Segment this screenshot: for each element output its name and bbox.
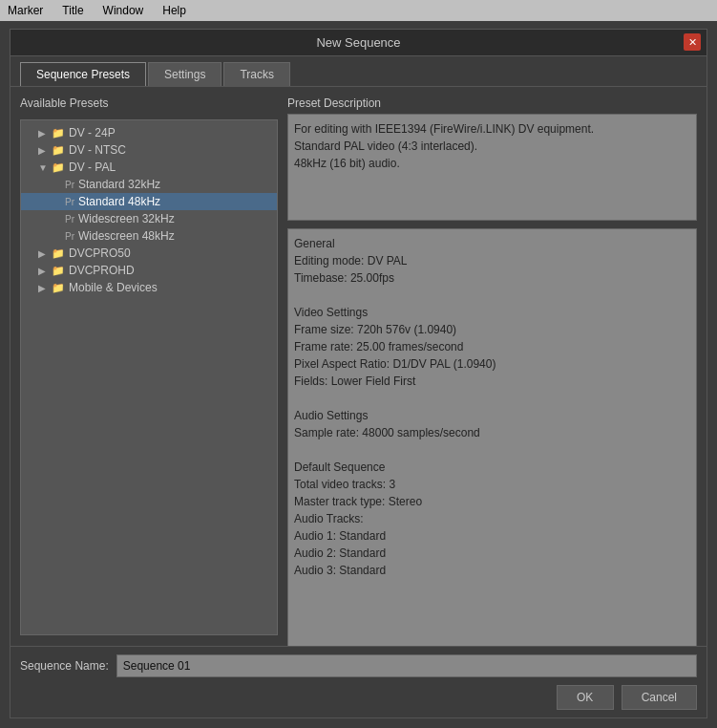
tab-tracks[interactable]: Tracks	[223, 62, 290, 86]
tree-item-std32[interactable]: Pr Standard 32kHz	[21, 176, 277, 193]
general-text: General Editing mode: DV PAL Timebase: 2…	[287, 228, 697, 670]
label-dvcprohd: DVCPROHD	[69, 264, 135, 277]
ok-button[interactable]: OK	[557, 685, 614, 710]
file-icon-std48: Pr	[65, 197, 74, 207]
tab-sequence-presets[interactable]: Sequence Presets	[20, 62, 146, 86]
sequence-name-input[interactable]	[116, 654, 697, 677]
folder-icon-dv24p: 📁	[52, 127, 65, 139]
tree-item-std48[interactable]: Pr Standard 48kHz	[21, 193, 277, 210]
arrow-dv24p: ▶	[38, 128, 48, 139]
dialog: New Sequence ✕ Sequence Presets Settings…	[10, 29, 707, 718]
menu-bar: Marker Title Window Help	[0, 0, 717, 21]
preset-description-section: Preset Description For editing with IEEE…	[287, 96, 697, 221]
folder-icon-dvcpro50: 📁	[52, 247, 65, 260]
label-std48: Standard 48kHz	[78, 195, 160, 208]
file-icon-std32: Pr	[65, 180, 74, 190]
file-icon-wide48: Pr	[65, 231, 74, 242]
label-wide48: Widescreen 48kHz	[78, 229, 175, 243]
menu-title[interactable]: Title	[58, 2, 87, 19]
label-mobile: Mobile & Devices	[69, 281, 158, 294]
left-panel: Available Presets ▶ 📁 DV - 24P ▶ 📁 DV - …	[20, 96, 278, 670]
preset-description-label: Preset Description	[287, 96, 697, 110]
arrow-dvcpro50: ▶	[38, 248, 48, 259]
label-dvpal: DV - PAL	[69, 161, 116, 174]
tree-item-mobile[interactable]: ▶ 📁 Mobile & Devices	[21, 279, 277, 296]
folder-icon-mobile: 📁	[52, 282, 65, 294]
cancel-button[interactable]: Cancel	[622, 685, 697, 710]
folder-icon-dvpal: 📁	[52, 161, 65, 174]
label-dvcpro50: DVCPRO50	[69, 246, 131, 260]
sequence-name-row: Sequence Name:	[20, 654, 697, 677]
tree-item-dvpal[interactable]: ▼ 📁 DV - PAL	[21, 159, 277, 176]
preset-description-text: For editing with IEEE1394 (FireWire/i.LI…	[287, 114, 697, 221]
right-panel: Preset Description For editing with IEEE…	[287, 96, 697, 670]
folder-icon-dvntsc: 📁	[52, 144, 65, 157]
label-dv24p: DV - 24P	[69, 126, 116, 139]
arrow-dvpal: ▼	[38, 162, 48, 173]
button-row: OK Cancel	[20, 685, 697, 710]
dialog-body: Available Presets ▶ 📁 DV - 24P ▶ 📁 DV - …	[11, 87, 706, 679]
tree-item-dvntsc[interactable]: ▶ 📁 DV - NTSC	[21, 141, 277, 159]
tab-bar: Sequence Presets Settings Tracks	[11, 56, 706, 87]
arrow-dvntsc: ▶	[38, 145, 48, 156]
file-icon-wide32: Pr	[65, 214, 74, 225]
available-presets-label: Available Presets	[20, 96, 278, 110]
tree-item-dv24p[interactable]: ▶ 📁 DV - 24P	[21, 124, 277, 141]
label-wide32: Widescreen 32kHz	[78, 212, 175, 225]
close-button[interactable]: ✕	[684, 33, 701, 51]
dialog-title: New Sequence	[316, 35, 400, 50]
arrow-dvcprohd: ▶	[38, 266, 48, 276]
menu-help[interactable]: Help	[158, 2, 190, 19]
menu-marker[interactable]: Marker	[4, 2, 47, 19]
label-std32: Standard 32kHz	[78, 178, 160, 191]
dialog-titlebar: New Sequence ✕	[11, 30, 706, 56]
tree-item-wide32[interactable]: Pr Widescreen 32kHz	[21, 210, 277, 227]
general-section: General Editing mode: DV PAL Timebase: 2…	[287, 228, 697, 670]
sequence-name-label: Sequence Name:	[20, 659, 109, 673]
menu-window[interactable]: Window	[99, 2, 148, 19]
preset-tree[interactable]: ▶ 📁 DV - 24P ▶ 📁 DV - NTSC ▼ 📁 DV - PAL	[20, 119, 278, 635]
tree-item-wide48[interactable]: Pr Widescreen 48kHz	[21, 227, 277, 245]
folder-icon-dvcprohd: 📁	[52, 265, 65, 277]
arrow-mobile: ▶	[38, 283, 48, 293]
bottom-bar: Sequence Name: OK Cancel	[11, 646, 706, 717]
tree-item-dvcpro50[interactable]: ▶ 📁 DVCPRO50	[21, 245, 277, 262]
tree-item-dvcprohd[interactable]: ▶ 📁 DVCPROHD	[21, 262, 277, 279]
tab-settings[interactable]: Settings	[148, 62, 221, 86]
label-dvntsc: DV - NTSC	[69, 143, 126, 157]
